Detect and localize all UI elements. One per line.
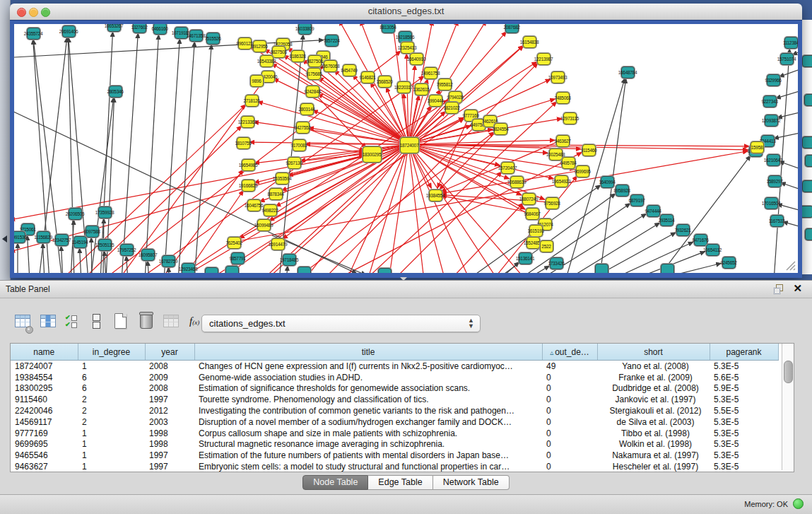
network-node[interactable]: 23676068 <box>324 60 337 72</box>
network-node[interactable]: 16914479 <box>271 238 285 250</box>
network-node[interactable]: 9463627 <box>556 135 570 147</box>
network-node[interactable]: 1615193 <box>529 225 543 237</box>
row-options-icon[interactable] <box>88 313 106 332</box>
network-node[interactable] <box>805 155 812 167</box>
network-node[interactable]: 9146821 <box>361 71 375 83</box>
table-row[interactable]: 1456911722003Disruption of a novel membe… <box>11 416 778 428</box>
float-window-icon[interactable] <box>774 284 784 294</box>
network-node[interactable]: 12213363 <box>241 116 254 128</box>
network-node[interactable]: 7857224 <box>325 35 339 47</box>
network-node[interactable]: 1568520 <box>378 76 392 88</box>
network-node[interactable]: 9474444 <box>647 205 660 217</box>
network-node[interactable]: 15720407 <box>501 162 514 174</box>
network-node[interactable]: 19654985 <box>242 159 255 171</box>
network-node[interactable]: 6466160 <box>153 24 167 35</box>
network-node[interactable]: 12342757 <box>55 234 69 246</box>
network-node[interactable]: 14671358 <box>189 30 203 42</box>
table-row[interactable]: 1830029562008Estimation of significance … <box>11 383 778 395</box>
table-row[interactable]: 911546021997Tourette syndrome. Phenomeno… <box>11 394 778 405</box>
table-row[interactable]: 1938455462009Genome-wide association stu… <box>11 372 778 383</box>
network-node[interactable]: 2087682 <box>505 24 519 33</box>
memory-indicator-icon[interactable] <box>793 498 804 509</box>
network-node[interactable]: 16095807 <box>141 249 155 261</box>
network-node[interactable]: 2803144 <box>300 103 314 115</box>
network-node[interactable]: 1112384 <box>784 37 798 49</box>
network-node[interactable]: 8958928 <box>616 185 629 197</box>
network-node[interactable]: 10973493 <box>551 71 565 83</box>
table-row[interactable]: 946362711997Embryonic stem cells: a mode… <box>11 461 778 472</box>
network-node[interactable]: 16033809 <box>298 24 312 35</box>
network-node[interactable]: 9857791 <box>231 252 245 264</box>
network-node[interactable]: 9115460 <box>582 144 596 156</box>
network-node[interactable]: 9245652 <box>722 257 736 269</box>
network-node[interactable]: 16210643 <box>767 154 780 166</box>
network-node[interactable]: 8454749 <box>343 64 356 76</box>
network-node[interactable]: 1733426 <box>550 257 563 269</box>
network-node[interactable]: 8186328 <box>291 50 305 62</box>
column-header-pagerank[interactable]: pagerank <box>710 344 778 361</box>
network-node[interactable]: 6879197 <box>630 194 644 206</box>
network-node[interactable]: 1167533 <box>770 215 784 227</box>
network-node[interactable]: 10719185 <box>175 27 188 39</box>
table-row[interactable]: 2242004622012Investigating the contribut… <box>11 405 778 416</box>
network-node[interactable]: 8912955 <box>253 40 266 52</box>
network-node[interactable]: 1821022 <box>445 102 459 114</box>
network-node[interactable]: 9329966 <box>767 74 780 86</box>
network-node[interactable]: 8878344 <box>269 188 283 200</box>
column-header-year[interactable]: year <box>145 344 194 361</box>
tab-node-table[interactable]: Node Table <box>302 475 368 490</box>
network-node[interactable]: 19654923 <box>555 175 568 187</box>
network-node[interactable]: 12325413 <box>401 42 414 54</box>
network-node[interactable]: 9756928 <box>546 197 559 209</box>
network-node[interactable]: 20206505 <box>69 208 82 220</box>
network-node[interactable]: 2522 <box>540 240 553 252</box>
network-node[interactable]: 9794028 <box>449 91 462 103</box>
delete-column-icon[interactable] <box>137 313 155 332</box>
network-node[interactable]: 12973115 <box>563 112 577 124</box>
network-node[interactable]: 16640910 <box>410 53 423 65</box>
network-node[interactable] <box>802 206 812 218</box>
network-node[interactable]: 18300295 <box>363 146 382 163</box>
network-node[interactable]: 7625402 <box>228 237 241 249</box>
table-scrollbar[interactable] <box>782 344 794 470</box>
column-header-in_degree[interactable]: in_degree <box>78 344 145 361</box>
network-node[interactable] <box>802 136 812 148</box>
network-node[interactable]: 1990444 <box>429 95 442 107</box>
network-node[interactable]: 9227343 <box>763 95 777 107</box>
network-node[interactable]: 16099489 <box>257 219 271 231</box>
network-node[interactable] <box>804 94 812 106</box>
network-node[interactable]: 10543382 <box>260 55 273 67</box>
network-node[interactable] <box>225 266 239 274</box>
network-node[interactable]: 14961758 <box>424 67 437 79</box>
network-node[interactable]: 9495784 <box>562 157 575 169</box>
network-node[interactable]: 1810755 <box>237 137 250 149</box>
network-node[interactable]: 9827503 <box>272 46 286 58</box>
network-node[interactable]: 20691406 <box>62 25 76 37</box>
network-node[interactable]: 15353594 <box>276 173 289 185</box>
network-node[interactable]: 8471676 <box>694 234 707 246</box>
network-node[interactable]: 19384554 <box>429 189 442 201</box>
network-node[interactable]: 18220317 <box>397 81 411 93</box>
scrollbar-thumb[interactable] <box>784 361 793 383</box>
network-node[interactable]: 2805346 <box>109 86 122 98</box>
table-row[interactable]: 946554611997Estimation of the future num… <box>11 450 778 461</box>
network-node[interactable]: 12213987 <box>537 53 551 65</box>
network-node[interactable]: 9267130 <box>288 157 301 169</box>
network-node[interactable]: 9684067 <box>526 208 539 220</box>
close-panel-icon[interactable]: ✕ <box>793 282 802 295</box>
network-node[interactable]: 9896 <box>250 75 264 87</box>
column-header-name[interactable]: name <box>11 344 78 361</box>
network-node[interactable]: 2935114 <box>660 214 673 226</box>
network-node[interactable]: 17957252 <box>120 244 134 256</box>
network-node[interactable] <box>805 228 812 240</box>
network-node[interactable]: 18807249 <box>522 193 536 205</box>
network-node[interactable]: 24355724 <box>27 28 40 40</box>
network-node[interactable]: 17016504 <box>765 197 778 209</box>
network-node[interactable]: 19166825 <box>242 180 255 192</box>
network-node[interactable] <box>661 264 674 274</box>
select-columns-icon[interactable]: ✔ ✔ <box>65 313 83 332</box>
network-node[interactable]: 10654112 <box>706 244 719 256</box>
network-node[interactable]: 16782759 <box>162 255 175 267</box>
network-node[interactable]: 1991530 <box>14 231 25 243</box>
network-node[interactable]: 8813054 <box>382 24 395 33</box>
